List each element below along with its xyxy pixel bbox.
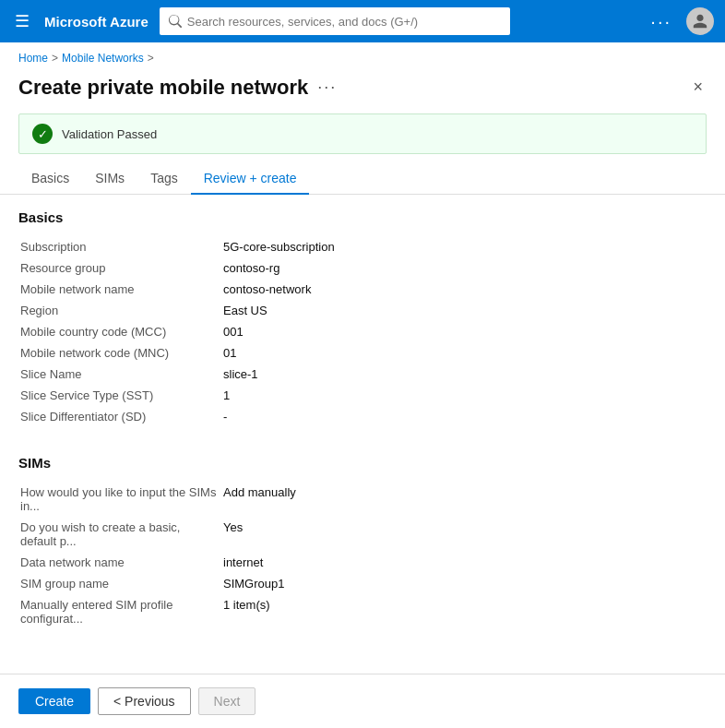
row-label: Data network name [18, 552, 221, 573]
table-row: Resource groupcontoso-rg [18, 257, 707, 279]
breadcrumb-mobile-networks[interactable]: Mobile Networks [62, 52, 144, 65]
row-value: 01 [221, 342, 707, 364]
tab-basics[interactable]: Basics [18, 163, 82, 195]
tab-sims[interactable]: SIMs [82, 163, 137, 195]
row-label: SIM group name [18, 573, 221, 594]
row-value: slice-1 [221, 364, 707, 385]
validation-icon: ✓ [32, 124, 53, 144]
table-row: Manually entered SIM profile configurat.… [18, 594, 707, 629]
row-value: contoso-network [221, 279, 707, 300]
table-row: RegionEast US [18, 300, 707, 321]
breadcrumb-sep-1: > [52, 52, 58, 65]
top-navigation: ☰ Microsoft Azure ··· [0, 0, 725, 42]
row-value: internet [221, 552, 707, 573]
row-value: - [221, 406, 707, 427]
hamburger-menu-icon[interactable]: ☰ [11, 7, 33, 35]
row-label: Slice Service Type (SST) [18, 385, 221, 406]
row-label: How would you like to input the SIMs in.… [18, 482, 221, 517]
page-title-row: Create private mobile network ··· [18, 76, 337, 100]
row-label: Slice Name [18, 364, 221, 385]
row-value: Yes [221, 517, 707, 552]
row-label: Do you wish to create a basic, default p… [18, 517, 221, 552]
sims-table: How would you like to input the SIMs in.… [18, 482, 707, 629]
page-header: Create private mobile network ··· × [0, 70, 725, 110]
sims-section-title: SIMs [18, 455, 707, 471]
row-value: 5G-core-subscription [221, 236, 707, 257]
table-row: Subscription5G-core-subscription [18, 236, 707, 257]
sims-section: SIMs How would you like to input the SIM… [18, 455, 707, 629]
footer: Create < Previous Next [0, 674, 725, 728]
tab-tags[interactable]: Tags [137, 163, 191, 195]
validation-text: Validation Passed [62, 127, 157, 141]
table-row: SIM group nameSIMGroup1 [18, 573, 707, 594]
row-value: SIMGroup1 [221, 573, 707, 594]
main-content: Basics Subscription5G-core-subscriptionR… [0, 195, 725, 674]
row-label: Mobile network code (MNC) [18, 342, 221, 364]
basics-table: Subscription5G-core-subscriptionResource… [18, 236, 707, 427]
tabs: Basics SIMs Tags Review + create [0, 163, 725, 195]
row-label: Mobile network name [18, 279, 221, 300]
table-row: Slice Nameslice-1 [18, 364, 707, 385]
table-row: Do you wish to create a basic, default p… [18, 517, 707, 552]
row-label: Resource group [18, 257, 221, 279]
tab-review-create[interactable]: Review + create [191, 163, 310, 195]
search-input[interactable] [187, 15, 501, 29]
breadcrumb: Home > Mobile Networks > [0, 42, 725, 70]
row-label: Manually entered SIM profile configurat.… [18, 594, 221, 629]
previous-button[interactable]: < Previous [98, 687, 191, 715]
row-label: Slice Differentiator (SD) [18, 406, 221, 427]
avatar[interactable] [686, 7, 714, 35]
basics-section: Basics Subscription5G-core-subscriptionR… [18, 209, 707, 427]
row-value: 1 item(s) [221, 594, 707, 629]
row-value: contoso-rg [221, 257, 707, 279]
row-value: 1 [221, 385, 707, 406]
search-icon [169, 15, 182, 28]
table-row: Slice Differentiator (SD)- [18, 406, 707, 427]
table-row: Mobile network namecontoso-network [18, 279, 707, 300]
close-button[interactable]: × [689, 74, 707, 101]
row-label: Mobile country code (MCC) [18, 321, 221, 342]
table-row: Slice Service Type (SST)1 [18, 385, 707, 406]
row-value: Add manually [221, 482, 707, 517]
table-row: Mobile network code (MNC)01 [18, 342, 707, 364]
basics-section-title: Basics [18, 209, 707, 225]
row-label: Region [18, 300, 221, 321]
table-row: Data network nameinternet [18, 552, 707, 573]
settings-dots[interactable]: ··· [650, 11, 672, 32]
row-value: East US [221, 300, 707, 321]
page-menu-dots[interactable]: ··· [317, 78, 337, 97]
search-bar[interactable] [160, 7, 510, 35]
breadcrumb-sep-2: > [148, 52, 154, 65]
breadcrumb-home[interactable]: Home [18, 52, 48, 65]
azure-logo: Microsoft Azure [44, 14, 149, 30]
top-nav-right: ··· [650, 7, 714, 35]
table-row: How would you like to input the SIMs in.… [18, 482, 707, 517]
table-row: Mobile country code (MCC)001 [18, 321, 707, 342]
next-button: Next [198, 687, 256, 715]
create-button[interactable]: Create [18, 688, 90, 714]
row-label: Subscription [18, 236, 221, 257]
validation-banner: ✓ Validation Passed [18, 113, 707, 154]
row-value: 001 [221, 321, 707, 342]
page-title: Create private mobile network [18, 76, 308, 100]
